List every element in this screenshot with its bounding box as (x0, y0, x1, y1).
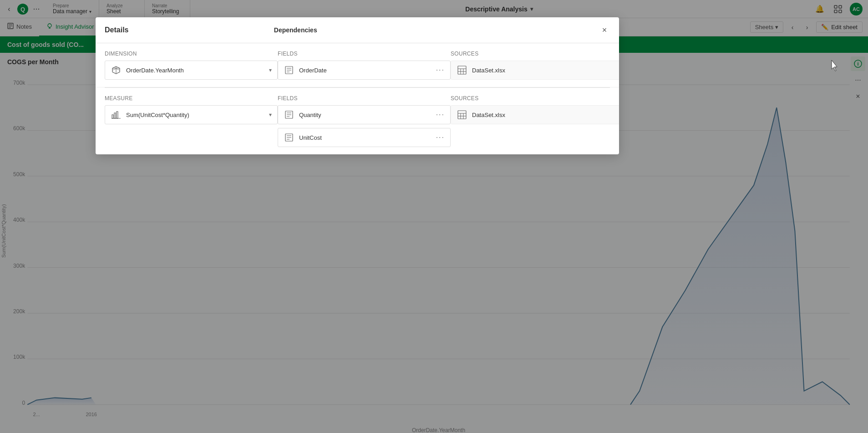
quantity-field-name: Quantity (299, 112, 431, 118)
measure-row: Measure Sum(UnitCost*Quantity) ▾ (96, 88, 619, 154)
orderdate-field-name: OrderDate (299, 67, 431, 74)
measure-icon-svg (112, 110, 121, 119)
dimension-fields-list: OrderDate ··· (278, 61, 451, 80)
details-modal: Details Dependencies × Dimension (96, 17, 619, 154)
field-list-icon-orderdate (284, 65, 294, 76)
unitcost-field-name: UnitCost (299, 134, 431, 141)
modal-header: Details Dependencies × (96, 17, 619, 43)
order-date-field-card[interactable]: OrderDate ··· (278, 61, 451, 80)
measure-fields-label: Fields (278, 95, 451, 102)
measure-chevron[interactable]: ▾ (269, 112, 272, 118)
measure-label: Measure (105, 95, 278, 102)
measure-sources-list: DataSet.xlsx (451, 105, 619, 124)
svg-rect-50 (117, 112, 118, 118)
dependencies-header-label: Dependencies (274, 26, 317, 34)
dimension-label: Dimension (105, 51, 278, 57)
table-icon-svg-meas (457, 110, 467, 119)
measure-source-card: DataSet.xlsx (451, 105, 619, 124)
modal-sections-header: Dependencies (274, 26, 454, 34)
dimension-sources-list: DataSet.xlsx (451, 61, 619, 80)
dimension-source-name: DataSet.xlsx (472, 67, 505, 74)
list-icon-qty (285, 111, 293, 119)
measure-column: Measure Sum(UnitCost*Quantity) ▾ (105, 95, 278, 124)
quantity-more-button[interactable]: ··· (436, 111, 445, 119)
measure-name: Sum(UnitCost*Quantity) (126, 112, 264, 118)
list-icon-uc (285, 133, 293, 142)
dimension-column: Dimension OrderDate.YearMonth (105, 51, 278, 80)
table-icon-meas (457, 109, 467, 120)
dimension-row: Dimension OrderDate.YearMonth (96, 43, 619, 87)
table-icon-dim (457, 65, 467, 76)
unitcost-more-button[interactable]: ··· (436, 133, 445, 142)
dimension-name: OrderDate.YearMonth (126, 67, 264, 74)
quantity-field-card[interactable]: Quantity ··· (278, 105, 451, 124)
measure-icon (111, 109, 122, 120)
dimension-icon (111, 65, 122, 76)
svg-line-37 (112, 69, 116, 70)
orderdate-more-button[interactable]: ··· (436, 66, 445, 74)
svg-rect-60 (458, 111, 466, 119)
measure-sources-label: Sources (451, 95, 619, 102)
svg-rect-43 (458, 66, 466, 74)
svg-line-38 (116, 69, 120, 70)
dimension-source-card: DataSet.xlsx (451, 61, 619, 80)
modal-title: Details (105, 26, 128, 34)
measure-fields-list: Quantity ··· (278, 105, 451, 147)
list-icon (285, 66, 293, 74)
dimension-field-card[interactable]: OrderDate.YearMonth ▾ (105, 61, 278, 80)
measure-fields-column: Fields Quantity (278, 95, 451, 147)
dimension-fields-column: Fields OrderDate (278, 51, 451, 80)
dimension-chevron[interactable]: ▾ (269, 67, 272, 73)
svg-rect-48 (112, 115, 113, 118)
measure-sources-column: Sources (451, 95, 619, 124)
measure-source-name: DataSet.xlsx (472, 112, 505, 118)
field-list-icon-quantity (284, 109, 294, 120)
unitcost-field-card[interactable]: UnitCost ··· (278, 128, 451, 147)
modal-body: Dimension OrderDate.YearMonth (96, 43, 619, 154)
modal-close-button[interactable]: × (599, 25, 610, 36)
modal-overlay[interactable]: Details Dependencies × Dimension (0, 0, 868, 433)
measure-field-card[interactable]: Sum(UnitCost*Quantity) ▾ (105, 105, 278, 124)
dimension-fields-label: Fields (278, 51, 451, 57)
svg-rect-49 (114, 113, 116, 118)
dimension-sources-label: Sources (451, 51, 619, 57)
field-list-icon-unitcost (284, 132, 294, 143)
cube-icon (112, 66, 121, 75)
dimension-sources-column: Sources (451, 51, 619, 80)
table-icon-svg (457, 66, 467, 75)
